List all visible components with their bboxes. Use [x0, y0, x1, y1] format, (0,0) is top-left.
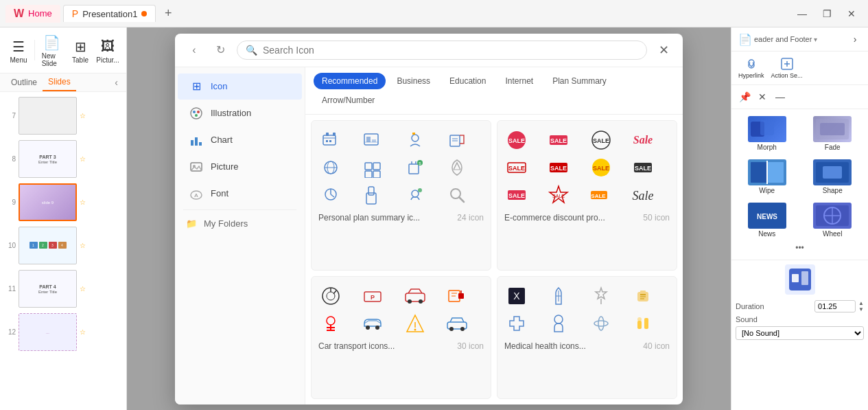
pin-button[interactable]: 📌 [736, 88, 753, 106]
home-tab[interactable]: W Home [5, 5, 60, 23]
svg-rect-13 [333, 133, 336, 136]
duration-spinner: ▲ ▼ [858, 300, 864, 312]
transition-minimize-button[interactable]: — [771, 88, 789, 106]
slide-thumb-10: 1 2 3 4 [19, 227, 77, 264]
transition-shape[interactable]: Shape [801, 157, 865, 197]
slide-item-9[interactable]: 9 slide 9 ☆ [3, 181, 124, 223]
toolbar-separator [34, 40, 35, 60]
transition-fade-thumb [813, 116, 852, 142]
icon-cell: SALE [546, 155, 571, 180]
svg-point-91 [414, 328, 416, 330]
duration-up[interactable]: ▲ [858, 300, 864, 306]
expand-panel-button[interactable]: › [846, 30, 864, 48]
transition-fade-label: Fade [825, 144, 841, 151]
sidebar-item-icon[interactable]: ⊞ Icon [178, 73, 302, 100]
duration-down[interactable]: ▼ [858, 306, 864, 312]
cat-tab-education[interactable]: Education [441, 73, 494, 89]
icon-cell [360, 311, 385, 336]
icon-cell [546, 311, 571, 336]
slide-item-12[interactable]: 12 ... ☆ [3, 311, 124, 353]
action-item-action-se[interactable]: Action Se... [769, 54, 806, 82]
picture-button[interactable]: 🖼 Pictur... [95, 34, 121, 67]
cat-tab-plan-summary[interactable]: Plan Summary [544, 73, 615, 89]
transition-wipe[interactable]: Wipe [736, 157, 799, 197]
sidebar-item-illustration[interactable]: Illustration [178, 100, 302, 126]
transition-wheel-label: Wheel [823, 230, 842, 238]
sidebar-item-font[interactable]: A Font [178, 181, 302, 207]
minimize-button[interactable]: — [791, 4, 813, 23]
cat-tab-arrow-number[interactable]: Arrow/Number [314, 92, 383, 109]
icon-pack-medical[interactable]: X [497, 276, 677, 399]
icon-cell [445, 311, 469, 336]
duration-input[interactable] [814, 300, 856, 312]
action-item-hyperlink[interactable]: Hyperlink [736, 54, 767, 82]
slide-star-10: ☆ [80, 242, 86, 249]
svg-rect-118 [751, 162, 767, 183]
transition-news[interactable]: NEWS News [736, 200, 799, 240]
icon-cell [546, 284, 571, 308]
cat-tab-internet[interactable]: Internet [497, 73, 541, 89]
outline-tab[interactable]: Outline [5, 74, 43, 91]
new-slide-button[interactable]: 📄 New Slide [38, 30, 66, 70]
cat-tab-recommended[interactable]: Recommended [314, 73, 386, 89]
icon-pack-ecommerce[interactable]: SALE SALE SALE Sale [497, 120, 677, 271]
slide-item-7[interactable]: 7 ☆ [3, 95, 124, 137]
new-tab-button[interactable]: + [159, 4, 178, 23]
modal-close-button[interactable]: ✕ [654, 41, 673, 60]
illustration-menu-label: Illustration [211, 108, 251, 118]
svg-rect-109 [644, 318, 648, 329]
slide-star-9: ☆ [80, 198, 86, 206]
right-panel: 📄 eader and Footer ▾ › Hyperlink Action … [731, 27, 868, 410]
slide-item-11[interactable]: 11 PART 4Enter Title ☆ [3, 268, 124, 310]
font-menu-icon: A [189, 186, 204, 201]
slide-thumb-12: ... [19, 313, 77, 351]
my-folders-item[interactable]: 📁 My Folders [175, 213, 305, 234]
new-slide-icon: 📄 [42, 33, 61, 52]
cat-tab-business[interactable]: Business [388, 73, 438, 89]
close-button[interactable]: ✕ [841, 4, 863, 23]
svg-rect-4 [191, 140, 193, 146]
search-input[interactable] [263, 45, 638, 56]
icon-cell [318, 311, 343, 336]
svg-rect-6 [199, 142, 202, 146]
restore-button[interactable]: ❐ [816, 4, 838, 23]
action-icons-row: Hyperlink Action Se... [736, 54, 864, 82]
more-icon: ••• [795, 243, 804, 253]
icon-cell [403, 183, 427, 207]
sidebar-divider [183, 209, 296, 210]
svg-point-93 [449, 327, 454, 331]
table-button[interactable]: ⊞ Table [67, 34, 93, 67]
transition-wipe-label: Wipe [759, 187, 775, 194]
collapse-panel-button[interactable]: ‹ [112, 74, 121, 91]
presentation-tab[interactable]: P Presentation1 [63, 5, 156, 22]
menu-button[interactable]: ☰ Menu [5, 34, 32, 67]
slides-tab[interactable]: Slides [43, 73, 76, 91]
slide-item-10[interactable]: 10 1 2 3 4 ☆ [3, 225, 124, 266]
transition-morph[interactable]: Morph [736, 113, 799, 154]
hyperlink-label: Hyperlink [738, 72, 764, 79]
icon-cell [403, 128, 427, 152]
sidebar-item-chart[interactable]: Chart [178, 127, 302, 153]
svg-text:Sale: Sale [633, 134, 653, 146]
icon-cell [360, 155, 385, 180]
icon-pack-2-footer: E-commerce discount pro... 50 icon [504, 213, 670, 223]
icon-pack-1-grid: $ [318, 128, 484, 207]
icon-pack-personal-plan[interactable]: $ [311, 120, 491, 271]
icon-cell: Sale [631, 128, 655, 152]
icon-pack-car-transport[interactable]: P [311, 276, 491, 399]
slide-star-11: ☆ [80, 285, 86, 293]
more-transitions-button[interactable]: ••• [736, 240, 864, 255]
transition-wheel[interactable]: Wheel [801, 200, 865, 240]
svg-rect-28 [365, 163, 372, 170]
modal-back-button[interactable]: ‹ [185, 41, 204, 60]
transition-fade[interactable]: Fade [801, 113, 865, 154]
modal-refresh-button[interactable]: ↻ [211, 41, 230, 60]
sidebar-item-picture[interactable]: Picture [178, 154, 302, 180]
slide-item-8[interactable]: 8 PART 3Enter Title ☆ [3, 138, 124, 180]
svg-rect-12 [326, 133, 329, 136]
transition-close-button[interactable]: ✕ [753, 88, 771, 106]
svg-rect-131 [801, 271, 808, 285]
sound-label: Sound [736, 315, 864, 323]
sound-select[interactable]: [No Sound] [736, 326, 864, 340]
picture-icon: 🖼 [98, 37, 117, 56]
